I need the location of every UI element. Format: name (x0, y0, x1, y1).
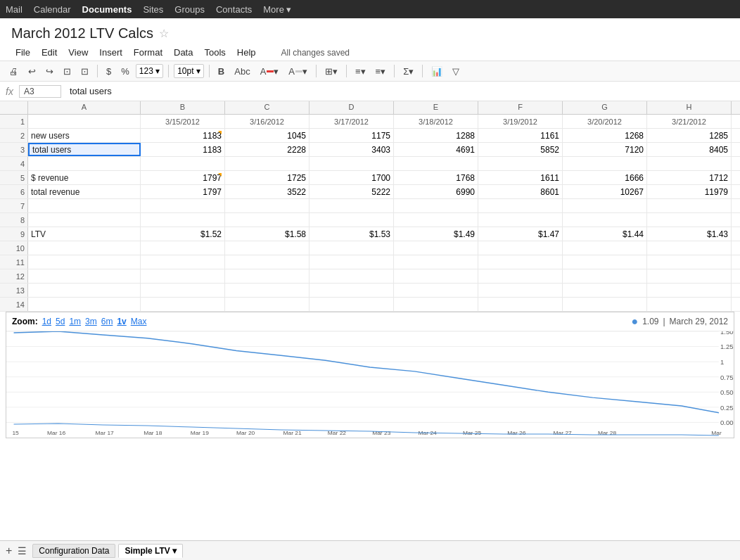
cell-8-f[interactable] (478, 213, 563, 227)
cell-6-g[interactable]: 10267 (563, 185, 647, 198)
cell-5-a[interactable]: $ revenue (28, 171, 141, 184)
menu-data[interactable]: Data (170, 46, 197, 59)
cell-3-e[interactable]: 4691 (394, 143, 478, 156)
cell-11-e[interactable] (394, 255, 478, 269)
cell-2-d[interactable]: 1175 (310, 129, 394, 142)
bold-button[interactable]: B (215, 65, 228, 78)
zoom-1d[interactable]: 1d (42, 317, 51, 326)
cell-12-c[interactable] (225, 269, 310, 283)
cell-6-b[interactable]: 1797 (141, 185, 225, 198)
cell-3-g[interactable]: 7120 (563, 143, 647, 156)
cell-1-a[interactable] (28, 115, 141, 128)
cell-4-c[interactable] (225, 157, 310, 170)
nav-more[interactable]: More ▾ (263, 4, 291, 15)
formula-input[interactable]: total users (67, 85, 734, 97)
cell-7-c[interactable] (225, 199, 310, 212)
cell-5-b[interactable]: 1797 (141, 171, 225, 184)
redo-button[interactable]: ↪ (42, 65, 57, 78)
cell-13-h[interactable] (647, 284, 732, 297)
menu-help[interactable]: Help (233, 46, 260, 59)
zoom-max[interactable]: Max (131, 317, 147, 326)
zoom-6m[interactable]: 6m (101, 317, 113, 326)
menu-insert[interactable]: Insert (95, 46, 127, 59)
cell-14-g[interactable] (563, 298, 647, 311)
cell-5-e[interactable]: 1768 (394, 171, 478, 184)
percent-button[interactable]: % (117, 65, 133, 78)
cell-7-e[interactable] (394, 199, 478, 212)
tab-configuration-data[interactable]: Configuration Data (32, 544, 115, 558)
cell-2-f[interactable]: 1161 (478, 129, 563, 142)
cell-9-f[interactable]: $1.47 (478, 227, 563, 241)
cell-10-f[interactable] (478, 241, 563, 255)
cell-11-h[interactable] (647, 255, 732, 269)
zoom-5d[interactable]: 5d (56, 317, 65, 326)
menu-edit[interactable]: Edit (37, 46, 61, 59)
cell-1-e[interactable]: 3/18/2012 (394, 115, 478, 128)
nav-calendar[interactable]: Calendar (34, 4, 71, 15)
cell-7-h[interactable] (647, 199, 732, 212)
add-sheet-button[interactable]: + (6, 545, 12, 557)
cell-2-c[interactable]: 1045 (225, 129, 310, 142)
cell-13-g[interactable] (563, 284, 647, 297)
col-header-a[interactable]: A (28, 101, 141, 114)
insert-chart-button[interactable]: 📊 (428, 65, 446, 78)
cell-6-e[interactable]: 6990 (394, 185, 478, 198)
highlight-color-button[interactable]: A▾ (285, 65, 311, 78)
cell-8-c[interactable] (225, 213, 310, 227)
zoom-1v[interactable]: 1v (117, 317, 126, 326)
cell-7-d[interactable] (310, 199, 394, 212)
cell-9-b[interactable]: $1.52 (141, 227, 225, 241)
cell-13-c[interactable] (225, 284, 310, 297)
cell-13-a[interactable] (28, 284, 141, 297)
col-header-f[interactable]: F (478, 101, 563, 114)
cell-3-d[interactable]: 3403 (310, 143, 394, 156)
cell-14-c[interactable] (225, 298, 310, 311)
cell-3-h[interactable]: 8405 (647, 143, 732, 156)
cell-2-a[interactable]: new users (28, 129, 141, 142)
cell-9-g[interactable]: $1.44 (563, 227, 647, 241)
cell-4-d[interactable] (310, 157, 394, 170)
cell-2-h[interactable]: 1285 (647, 129, 732, 142)
cell-14-e[interactable] (394, 298, 478, 311)
cell-12-g[interactable] (563, 269, 647, 283)
col-header-e[interactable]: E (394, 101, 478, 114)
nav-contacts[interactable]: Contacts (216, 4, 252, 15)
cell-8-d[interactable] (310, 213, 394, 227)
cell-4-f[interactable] (478, 157, 563, 170)
cell-10-g[interactable] (563, 241, 647, 255)
nav-mail[interactable]: Mail (6, 4, 23, 15)
cell-14-a[interactable] (28, 298, 141, 311)
cell-1-h[interactable]: 3/21/2012 (647, 115, 732, 128)
cell-12-h[interactable] (647, 269, 732, 283)
menu-format[interactable]: Format (129, 46, 167, 59)
cell-5-h[interactable]: 1712 (647, 171, 732, 184)
cell-8-a[interactable] (28, 213, 141, 227)
cell-6-c[interactable]: 3522 (225, 185, 310, 198)
zoom-1m[interactable]: 1m (69, 317, 81, 326)
cell-9-h[interactable]: $1.43 (647, 227, 732, 241)
cell-7-b[interactable] (141, 199, 225, 212)
print-button[interactable]: 🖨 (6, 65, 22, 78)
cell-3-b[interactable]: 1183 (141, 143, 225, 156)
cell-3-a[interactable]: total users (28, 143, 141, 156)
cell-4-e[interactable] (394, 157, 478, 170)
cell-3-f[interactable]: 5852 (478, 143, 563, 156)
cell-5-d[interactable]: 1700 (310, 171, 394, 184)
cell-7-a[interactable] (28, 199, 141, 212)
cell-9-d[interactable]: $1.53 (310, 227, 394, 241)
paint-format-button[interactable]: ⊡ (60, 65, 75, 78)
cell-14-f[interactable] (478, 298, 563, 311)
col-header-c[interactable]: C (225, 101, 310, 114)
col-header-h[interactable]: H (647, 101, 732, 114)
nav-documents[interactable]: Documents (82, 4, 132, 15)
abc-button[interactable]: Abc (231, 65, 253, 78)
cell-6-h[interactable]: 11979 (647, 185, 732, 198)
chart-svg-area[interactable]: 1.50 1.25 1 0.75 0.50 0.25 0.00 15 Mar 1… (6, 331, 734, 438)
star-icon[interactable]: ☆ (159, 27, 169, 40)
cell-14-h[interactable] (647, 298, 732, 311)
cell-8-e[interactable] (394, 213, 478, 227)
cell-13-e[interactable] (394, 284, 478, 297)
cell-4-g[interactable] (563, 157, 647, 170)
cell-7-g[interactable] (563, 199, 647, 212)
filter-button[interactable]: ▽ (449, 65, 463, 78)
